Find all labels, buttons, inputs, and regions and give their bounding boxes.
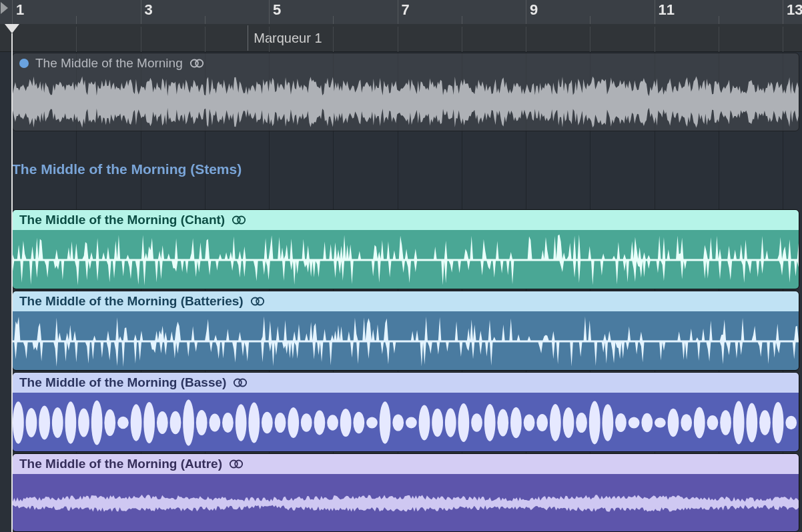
svg-point-26 <box>222 413 234 433</box>
svg-point-19 <box>131 404 142 441</box>
svg-point-67 <box>759 410 771 435</box>
marker-label: Marqueur 1 <box>254 31 322 46</box>
tracks-area[interactable]: The Middle of the Morning The Middle of … <box>0 52 802 532</box>
svg-point-68 <box>773 402 784 443</box>
master-audio-region[interactable]: The Middle of the Morning <box>12 53 799 131</box>
ruler-minor-tick <box>590 16 590 24</box>
svg-point-29 <box>262 412 273 434</box>
svg-point-21 <box>157 411 168 434</box>
ruler-subtick <box>655 27 655 52</box>
ruler-bar-tick: 3 <box>141 0 141 24</box>
ruler-bar-tick: 13 <box>783 0 783 24</box>
svg-point-71 <box>235 461 242 468</box>
svg-point-57 <box>629 417 640 428</box>
svg-point-40 <box>406 417 417 429</box>
svg-point-65 <box>733 401 745 445</box>
svg-point-11 <box>26 408 37 437</box>
ruler-bar-tick: 1 <box>12 0 13 24</box>
svg-point-56 <box>615 413 627 432</box>
ruler-bar-tick: 9 <box>526 0 526 24</box>
ruler-subtick <box>205 27 206 52</box>
svg-point-16 <box>91 401 103 445</box>
svg-point-33 <box>314 411 326 435</box>
loop-icon <box>189 57 204 69</box>
svg-point-13 <box>52 407 63 438</box>
ruler-bar-number: 1 <box>16 1 24 19</box>
zoom-triangle-icon[interactable] <box>1 2 8 14</box>
stem-region-batteries[interactable]: The Middle of the Morning (Batteries) <box>12 291 799 371</box>
ruler-bar-number: 13 <box>787 1 802 19</box>
ruler-minor-tick <box>76 16 77 24</box>
ruler-minor-tick <box>205 16 206 24</box>
svg-point-64 <box>720 410 731 435</box>
playhead-icon[interactable] <box>5 24 19 33</box>
svg-point-35 <box>340 409 352 437</box>
svg-point-20 <box>143 402 155 443</box>
svg-point-12 <box>39 406 50 440</box>
ruler-subtick <box>719 27 719 52</box>
svg-point-47 <box>497 409 508 437</box>
stem-region-chant[interactable]: The Middle of the Morning (Chant) <box>12 209 799 289</box>
ruler-minor-tick <box>462 16 462 24</box>
svg-point-53 <box>576 413 587 433</box>
svg-point-32 <box>301 413 312 431</box>
region-title: The Middle of the Morning (Chant) <box>19 213 225 227</box>
timeline-ruler[interactable]: Marqueur 1 135791113 <box>0 0 802 52</box>
svg-point-23 <box>183 399 194 445</box>
svg-point-41 <box>419 405 430 441</box>
region-title: The Middle of the Morning (Basse) <box>19 375 226 390</box>
loop-icon <box>229 458 244 470</box>
svg-point-28 <box>248 403 260 443</box>
svg-point-6 <box>256 298 264 305</box>
waveform <box>13 311 799 371</box>
region-title: The Middle of the Morning <box>35 56 183 71</box>
ruler-bar-number: 11 <box>659 1 675 19</box>
ruler-subtick <box>590 27 590 52</box>
svg-point-58 <box>641 413 653 432</box>
svg-point-1 <box>195 60 203 67</box>
region-title: The Middle of the Morning (Autre) <box>19 457 222 471</box>
svg-point-63 <box>707 415 719 430</box>
svg-point-30 <box>275 413 286 433</box>
playhead-line[interactable] <box>11 33 13 532</box>
svg-point-69 <box>785 416 797 429</box>
svg-point-18 <box>117 417 129 429</box>
svg-point-3 <box>238 217 245 224</box>
waveform <box>13 73 799 131</box>
svg-point-10 <box>13 401 24 443</box>
loop-icon <box>250 295 265 307</box>
svg-point-15 <box>78 409 89 437</box>
stems-group-label: The Middle of the Morning (Stems) <box>12 161 242 177</box>
waveform <box>13 393 799 452</box>
stem-region-autre[interactable]: The Middle of the Morning (Autre) <box>12 453 799 532</box>
ruler-minor-tick <box>333 16 334 24</box>
loop-icon <box>232 214 246 226</box>
svg-point-31 <box>288 407 299 438</box>
ruler-bar-number: 3 <box>145 1 153 19</box>
svg-point-27 <box>236 404 247 441</box>
ruler-bar-number: 7 <box>402 1 410 19</box>
ruler-subtick <box>462 27 462 52</box>
svg-point-50 <box>536 414 548 431</box>
ruler-minor-tick <box>719 16 719 24</box>
svg-point-61 <box>681 414 692 431</box>
svg-point-39 <box>392 414 404 431</box>
ruler-bar-tick: 11 <box>655 0 655 24</box>
ruler-subtick <box>526 27 526 52</box>
svg-point-55 <box>603 404 614 441</box>
svg-point-46 <box>484 404 496 441</box>
ruler-bar-number: 9 <box>530 1 538 19</box>
region-color-dot-icon <box>19 59 29 68</box>
svg-point-62 <box>694 407 705 439</box>
svg-point-9 <box>240 379 247 387</box>
svg-point-38 <box>380 401 391 443</box>
ruler-subtick <box>398 27 398 52</box>
ruler-bar-number: 5 <box>273 1 281 19</box>
svg-point-52 <box>563 407 574 438</box>
svg-point-24 <box>196 410 208 435</box>
svg-point-37 <box>366 417 378 428</box>
svg-point-54 <box>589 401 600 445</box>
stem-region-basse[interactable]: The Middle of the Morning (Basse) <box>12 372 799 452</box>
svg-point-48 <box>510 407 522 439</box>
svg-point-66 <box>746 403 757 443</box>
